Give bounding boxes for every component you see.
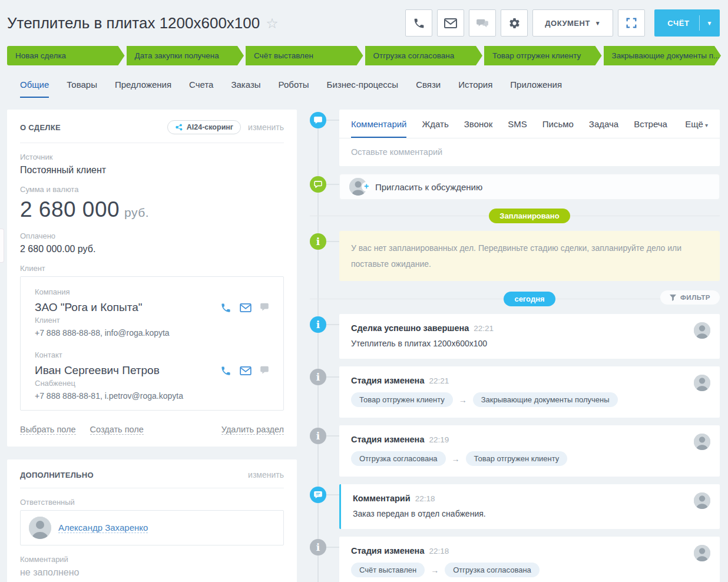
- responsible-name-link[interactable]: Александр Захаренко: [58, 523, 148, 533]
- composer-tabs: КомментарийЖдатьЗвонокSMSПисьмоЗадачаВст…: [339, 110, 720, 138]
- timeline-item-title: Стадия изменена: [351, 546, 424, 555]
- delete-section-link[interactable]: Удалить раздел: [221, 425, 284, 435]
- invoice-caret-icon[interactable]: ▼: [700, 20, 720, 27]
- tab-1[interactable]: Товары: [67, 80, 97, 98]
- tab-6[interactable]: Бизнес-процессы: [327, 80, 399, 98]
- timeline-item: iСделка успешно завершена22:21Утеплитель…: [310, 314, 720, 359]
- stage-chip-to: Товар отгружен клиенту: [466, 451, 568, 466]
- composer-comment-icon: [310, 112, 326, 128]
- composer-tab-5[interactable]: Задача: [589, 119, 618, 138]
- contact-mail-icon[interactable]: [240, 366, 252, 375]
- tab-8[interactable]: История: [458, 80, 492, 98]
- about-edit-link[interactable]: изменить: [248, 123, 284, 132]
- company-chat-icon[interactable]: [260, 303, 272, 312]
- composer-tab-3[interactable]: SMS: [508, 119, 527, 138]
- chevron-down-icon: ▾: [705, 122, 708, 128]
- chat-button[interactable]: [469, 9, 496, 37]
- additional-section-title: ДОПОЛНИТЕЛЬНО: [20, 471, 94, 480]
- stage-step-1[interactable]: Дата закупки получена: [127, 46, 244, 65]
- composer-tab-0[interactable]: Комментарий: [351, 119, 406, 138]
- info-icon: i: [310, 428, 326, 444]
- composer-tab-1[interactable]: Ждать: [422, 119, 448, 138]
- contact-name-link[interactable]: Иван Сергеевич Петров: [35, 364, 160, 377]
- timeline-card-1: Стадия изменена22:21Товар отгружен клиен…: [339, 366, 720, 418]
- favorite-star-icon[interactable]: ☆: [266, 15, 279, 32]
- settings-button[interactable]: [501, 9, 528, 37]
- company-type: Клиент: [35, 316, 272, 325]
- timeline-card-3: Комментарий22:18Заказ передан в отдел сн…: [339, 484, 720, 529]
- select-field-link[interactable]: Выбрать поле: [20, 425, 76, 435]
- automation-button[interactable]: [618, 9, 645, 37]
- timeline-card-0: Сделка успешно завершена22:21Утеплитель …: [339, 314, 720, 359]
- activity-composer: КомментарийЖдатьЗвонокSMSПисьмоЗадачаВст…: [339, 110, 720, 166]
- client-label: Клиент: [20, 264, 284, 273]
- additional-edit-link[interactable]: изменить: [248, 470, 284, 480]
- tab-0[interactable]: Общие: [20, 80, 49, 98]
- contact-label: Контакт: [35, 350, 272, 359]
- info-icon: i: [310, 369, 326, 385]
- timeline-item-title: Комментарий: [353, 494, 411, 503]
- no-planned-notice: У вас нет запланированных дел. Передвинь…: [339, 231, 720, 281]
- funnel-icon: [670, 295, 676, 301]
- invoice-button[interactable]: СЧЁТ ▼: [654, 9, 720, 37]
- composer-tab-2[interactable]: Звонок: [464, 119, 492, 138]
- responsible-avatar: [29, 517, 51, 539]
- gear-icon: [508, 17, 521, 29]
- sum-label: Сумма и валюта: [20, 185, 284, 194]
- comment-input[interactable]: Оставьте комментарий: [339, 138, 720, 166]
- company-contacts: +7 888 888-88-88, info@roga.kopyta: [35, 328, 272, 338]
- company-mail-icon[interactable]: [240, 303, 252, 312]
- today-badge: сегодня: [504, 292, 555, 306]
- tab-3[interactable]: Счета: [189, 80, 213, 98]
- chevron-down-icon: ▼: [595, 20, 601, 27]
- stage-step-2[interactable]: Счёт выставлен: [246, 46, 363, 65]
- company-name-link[interactable]: ЗАО "Рога и Копыта": [35, 301, 143, 314]
- tab-2[interactable]: Предложения: [115, 80, 171, 98]
- stage-step-5[interactable]: Закрывающие документы п...: [604, 46, 722, 65]
- tab-7[interactable]: Связи: [416, 80, 441, 98]
- tab-4[interactable]: Заказы: [231, 80, 260, 98]
- contact-call-icon[interactable]: [220, 365, 231, 376]
- timeline-item-time: 22:21: [429, 376, 449, 385]
- timeline-column: КомментарийЖдатьЗвонокSMSПисьмоЗадачаВст…: [310, 110, 720, 582]
- arrow-right-icon: →: [431, 566, 439, 575]
- comment-label: Комментарий: [20, 555, 284, 564]
- additional-panel: ДОПОЛНИТЕЛЬНО изменить Ответственный Але…: [7, 459, 297, 582]
- timeline-item: iСтадия изменена22:19Отгрузка согласован…: [310, 425, 720, 477]
- avatar: [694, 545, 710, 561]
- info-icon: i: [310, 316, 326, 333]
- composer-tab-more[interactable]: Ещё▾: [685, 119, 708, 138]
- filter-button[interactable]: ФИЛЬТР: [660, 290, 720, 305]
- timeline-item-title: Сделка успешно завершена: [351, 323, 469, 333]
- stage-chip-from: Товар отгружен клиенту: [351, 392, 453, 407]
- chat-icon: [476, 18, 489, 28]
- timeline-card-4: Стадия изменена22:18Счёт выставлен→Отгру…: [339, 537, 720, 582]
- company-label: Компания: [35, 287, 272, 296]
- call-button[interactable]: [405, 9, 432, 37]
- timeline-item: iСтадия изменена22:21Товар отгружен клие…: [310, 366, 720, 418]
- email-button[interactable]: [437, 9, 464, 37]
- document-dropdown-button[interactable]: ДОКУМЕНТ ▼: [532, 9, 613, 37]
- company-call-icon[interactable]: [220, 302, 231, 313]
- tab-9[interactable]: Приложения: [510, 80, 562, 98]
- stage-step-0[interactable]: Новая сделка: [7, 46, 125, 65]
- ai-scoring-button[interactable]: AI24-скоринг: [167, 120, 241, 134]
- company-entity: Компания ЗАО "Рога и Копыта" Клиент +7 8…: [35, 287, 272, 338]
- create-field-link[interactable]: Создать поле: [90, 425, 144, 435]
- tab-5[interactable]: Роботы: [279, 80, 309, 98]
- stage-step-3[interactable]: Отгрузка согласована: [365, 46, 483, 65]
- contact-chat-icon[interactable]: [260, 366, 272, 375]
- timeline-item: Комментарий22:18Заказ передан в отдел сн…: [310, 484, 720, 529]
- sync-icon: [625, 16, 638, 29]
- composer-tab-6[interactable]: Встреча: [634, 119, 667, 138]
- responsible-box: Александр Захаренко: [20, 510, 284, 545]
- filter-label: ФИЛЬТР: [680, 294, 710, 301]
- collapsed-side-handle[interactable]: [0, 229, 4, 263]
- stage-step-4[interactable]: Товар отгружен клиенту: [484, 46, 602, 65]
- contact-position: Снабженец: [35, 379, 272, 388]
- discussion-icon: [310, 176, 326, 193]
- avatar: [694, 434, 710, 450]
- timeline-item-time: 22:18: [415, 494, 435, 503]
- composer-tab-4[interactable]: Письмо: [542, 119, 574, 138]
- invite-to-discussion-button[interactable]: + Пригласить к обсуждению: [339, 174, 720, 200]
